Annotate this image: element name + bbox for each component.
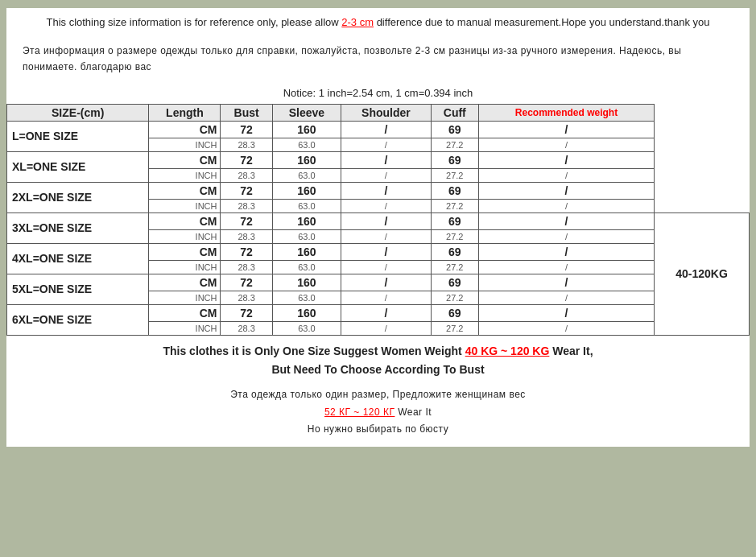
footer-text-1: This clothes it is Only One Size Suggest…: [163, 345, 465, 357]
footer-russian-line2: 52 КГ ~ 120 КГ Wear It: [14, 404, 742, 422]
table-row: 2XL=ONE SIZECM72160/69/: [7, 182, 750, 199]
table-row: 4XL=ONE SIZECM72160/69/: [7, 243, 750, 260]
inch-cuff: /: [478, 199, 654, 212]
russian-text: Эта информация о размере одежды только д…: [23, 45, 681, 72]
notice-text-2: difference due to manual measurement.Hop…: [374, 16, 709, 28]
footer-text-3: But Need To Choose According To Bust: [271, 363, 484, 376]
inch-bust: 63.0: [272, 138, 341, 151]
unit-inch: INCH: [149, 260, 221, 274]
cm-length: 72: [221, 212, 272, 229]
cm-sleeve: /: [341, 151, 432, 168]
inch-shoulder: 27.2: [431, 321, 478, 335]
inch-cuff: /: [478, 321, 654, 335]
table-row: 3XL=ONE SIZECM72160/69/40-120KG: [7, 212, 750, 229]
cm-length: 72: [221, 274, 272, 291]
col-cuff: Cuff: [431, 104, 478, 121]
unit-cm: CM: [149, 243, 221, 260]
inch-shoulder: 27.2: [431, 138, 478, 151]
inch-notice: Notice: 1 inch=2.54 cm, 1 cm=0.394 inch: [6, 84, 750, 104]
inch-cuff: /: [478, 138, 654, 151]
footer-russian-last: Но нужно выбирать по бюсту: [308, 423, 448, 435]
cm-shoulder: 69: [431, 121, 478, 138]
russian-notice: Эта информация о размере одежды только д…: [6, 38, 750, 84]
unit-cm: CM: [149, 151, 221, 168]
size-label: L=ONE SIZE: [7, 121, 149, 151]
table-row: XL=ONE SIZECM72160/69/: [7, 151, 750, 168]
cm-shoulder: 69: [431, 243, 478, 260]
cm-shoulder: 69: [431, 212, 478, 229]
inch-length: 28.3: [221, 168, 272, 182]
inch-length: 28.3: [221, 260, 272, 274]
col-size: SIZE-(cm): [7, 104, 149, 121]
cm-length: 72: [221, 121, 272, 138]
inch-length: 28.3: [221, 199, 272, 212]
cm-shoulder: 69: [431, 304, 478, 321]
inch-shoulder: 27.2: [431, 229, 478, 243]
size-label: 4XL=ONE SIZE: [7, 243, 149, 274]
footer-text-2: Wear It,: [549, 345, 593, 357]
table-row: 6XL=ONE SIZECM72160/69/: [7, 304, 750, 321]
inch-sleeve: /: [341, 168, 432, 182]
cm-sleeve: /: [341, 243, 432, 260]
inch-shoulder: 27.2: [431, 291, 478, 304]
inch-cuff: /: [478, 291, 654, 304]
cm-sleeve: /: [341, 121, 432, 138]
inch-shoulder: 27.2: [431, 199, 478, 212]
size-label: 3XL=ONE SIZE: [7, 212, 149, 243]
page-container: This clothing size information is for re…: [0, 0, 756, 455]
cm-length: 72: [221, 243, 272, 260]
unit-cm: CM: [149, 212, 221, 229]
cm-cuff: /: [478, 212, 654, 229]
table-row: L=ONE SIZECM72160/69/: [7, 121, 750, 138]
unit-inch: INCH: [149, 168, 221, 182]
unit-inch: INCH: [149, 321, 221, 335]
inch-sleeve: /: [341, 229, 432, 243]
cm-sleeve: /: [341, 212, 432, 229]
cm-length: 72: [221, 304, 272, 321]
cm-bust: 160: [272, 304, 341, 321]
cm-cuff: /: [478, 182, 654, 199]
footer-main: This clothes it is Only One Size Suggest…: [6, 336, 750, 384]
cm-cuff: /: [478, 304, 654, 321]
inch-shoulder: 27.2: [431, 260, 478, 274]
col-length: Length: [149, 104, 221, 121]
cm-shoulder: 69: [431, 274, 478, 291]
recommended-weight: 40-120KG: [655, 212, 750, 335]
inch-sleeve: /: [341, 260, 432, 274]
inch-length: 28.3: [221, 321, 272, 335]
inch-sleeve: /: [341, 291, 432, 304]
col-shoulder: Shoulder: [341, 104, 432, 121]
unit-cm: CM: [149, 121, 221, 138]
cm-bust: 160: [272, 182, 341, 199]
cm-cuff: /: [478, 243, 654, 260]
inch-bust: 63.0: [272, 321, 341, 335]
table-row: 5XL=ONE SIZECM72160/69/: [7, 274, 750, 291]
size-label: 6XL=ONE SIZE: [7, 304, 149, 335]
size-table: SIZE-(cm) Length Bust Sleeve Shoulder Cu…: [6, 104, 750, 336]
cm-shoulder: 69: [431, 182, 478, 199]
unit-inch: INCH: [149, 199, 221, 212]
footer-russian-red: 52 КГ ~ 120 КГ: [324, 406, 395, 418]
inch-shoulder: 27.2: [431, 168, 478, 182]
cm-bust: 160: [272, 151, 341, 168]
col-recommended: Recommended weight: [478, 104, 654, 121]
cm-bust: 160: [272, 243, 341, 260]
unit-cm: CM: [149, 182, 221, 199]
inch-notice-text: Notice: 1 inch=2.54 cm, 1 cm=0.394 inch: [283, 87, 473, 99]
footer-russian-line1: Эта одежда только один размер, Предложит…: [14, 386, 742, 404]
inch-bust: 63.0: [272, 199, 341, 212]
inch-bust: 63.0: [272, 260, 341, 274]
cm-cuff: /: [478, 151, 654, 168]
inch-length: 28.3: [221, 138, 272, 151]
inch-length: 28.3: [221, 229, 272, 243]
notice-red: 2-3 cm: [341, 16, 374, 28]
inch-sleeve: /: [341, 199, 432, 212]
cm-cuff: /: [478, 121, 654, 138]
size-label: XL=ONE SIZE: [7, 151, 149, 182]
cm-sleeve: /: [341, 274, 432, 291]
cm-length: 72: [221, 151, 272, 168]
footer-red-weight: 40 KG ~ 120 KG: [465, 345, 550, 357]
inch-cuff: /: [478, 168, 654, 182]
unit-inch: INCH: [149, 291, 221, 304]
size-label: 2XL=ONE SIZE: [7, 182, 149, 212]
